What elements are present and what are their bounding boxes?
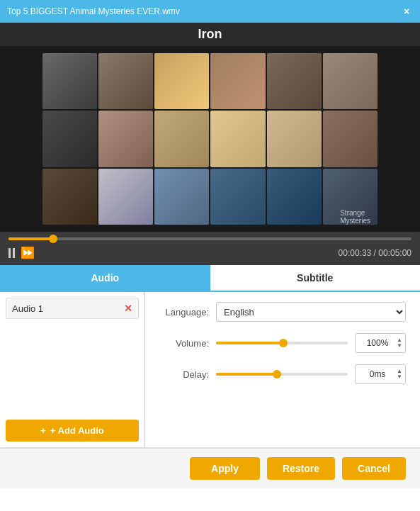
effect-title: Iron	[0, 23, 420, 46]
video-cell	[267, 169, 322, 225]
volume-slider-container[interactable]	[216, 336, 348, 350]
volume-slider-thumb[interactable]	[279, 339, 288, 347]
audio-list-item: Audio 1 ✕	[6, 298, 139, 319]
progress-fill	[8, 237, 53, 240]
delay-value-box: 0ms ▲ ▼	[355, 364, 406, 384]
apply-button[interactable]: Apply	[190, 457, 260, 480]
delay-slider-container[interactable]	[216, 367, 348, 381]
language-label: Language:	[159, 307, 209, 318]
bottom-bar: Apply Restore Cancel	[0, 448, 420, 488]
video-cell	[42, 111, 97, 167]
video-thumbnail	[0, 46, 420, 232]
video-cell	[98, 111, 153, 167]
progress-track[interactable]	[8, 237, 412, 240]
controls-bar: ⏩ 00:00:33 / 00:05:00	[0, 243, 420, 265]
restore-button[interactable]: Restore	[267, 457, 335, 480]
video-cell	[98, 53, 153, 109]
time-display: 00:00:33 / 00:05:00	[339, 248, 412, 258]
forward-button[interactable]: ⏩	[21, 246, 35, 259]
volume-value-box: 100% ▲ ▼	[355, 333, 406, 353]
left-panel: Audio 1 ✕ + + Add Audio	[0, 292, 145, 447]
video-cell	[98, 169, 153, 225]
title-bar: Top 5 BIGGEST Animal Mysteries EVER.wmv …	[0, 0, 420, 23]
cancel-button[interactable]: Cancel	[342, 457, 406, 480]
language-row: Language: EnglishChineseFrenchGermanSpan…	[159, 302, 406, 322]
video-cell	[323, 53, 378, 109]
pause-icon	[8, 248, 15, 258]
current-time: 00:00:33	[339, 248, 372, 258]
tab-audio[interactable]: Audio	[0, 265, 210, 291]
add-icon: +	[40, 425, 46, 436]
video-cell	[154, 53, 209, 109]
video-cell	[323, 111, 378, 167]
delay-spinner[interactable]: ▲ ▼	[397, 365, 402, 383]
add-audio-label: + Add Audio	[50, 425, 104, 436]
video-cell	[267, 111, 322, 167]
volume-down-button[interactable]: ▼	[397, 343, 402, 349]
remove-audio-button[interactable]: ✕	[124, 303, 132, 314]
video-cell	[42, 53, 97, 109]
delay-slider-track[interactable]	[216, 373, 348, 376]
delay-slider-fill	[216, 373, 276, 376]
video-cell	[210, 111, 265, 167]
video-cell	[210, 169, 265, 225]
volume-value: 100%	[358, 338, 397, 348]
window-title: Top 5 BIGGEST Animal Mysteries EVER.wmv	[7, 6, 180, 16]
add-audio-button[interactable]: + + Add Audio	[6, 420, 139, 442]
delay-down-button[interactable]: ▼	[397, 374, 402, 380]
tab-subtitle[interactable]: Subtitle	[210, 265, 421, 291]
video-watermark: StrangeMysteries	[340, 209, 370, 225]
progress-thumb[interactable]	[49, 235, 57, 243]
tabs-container: Audio Subtitle	[0, 265, 420, 292]
progress-bar-area[interactable]	[0, 232, 420, 243]
volume-slider-track[interactable]	[216, 342, 348, 344]
forward-icon: ⏩	[21, 246, 35, 259]
video-cell	[267, 53, 322, 109]
content-area: Audio 1 ✕ + + Add Audio Language: Englis…	[0, 292, 420, 448]
video-area: StrangeMysteries	[0, 46, 420, 232]
delay-slider-thumb[interactable]	[273, 370, 281, 378]
delay-label: Delay:	[159, 369, 209, 380]
right-panel: Language: EnglishChineseFrenchGermanSpan…	[145, 292, 420, 447]
video-cell	[42, 169, 97, 225]
audio-item-name: Audio 1	[12, 303, 43, 314]
volume-label: Volume:	[159, 338, 209, 349]
volume-spinner[interactable]: ▲ ▼	[397, 334, 402, 352]
pause-button[interactable]	[8, 248, 15, 258]
delay-row: Delay: 0ms ▲ ▼	[159, 364, 406, 384]
delay-value: 0ms	[358, 369, 397, 379]
controls-left: ⏩	[8, 246, 35, 259]
video-cell	[154, 111, 209, 167]
volume-row: Volume: 100% ▲ ▼	[159, 333, 406, 353]
language-select[interactable]: EnglishChineseFrenchGermanSpanishJapanes…	[216, 302, 406, 322]
video-cell	[210, 53, 265, 109]
close-button[interactable]: ×	[400, 5, 413, 18]
video-cell	[154, 169, 209, 225]
total-time: 00:05:00	[378, 248, 412, 258]
volume-slider-fill	[216, 342, 282, 344]
